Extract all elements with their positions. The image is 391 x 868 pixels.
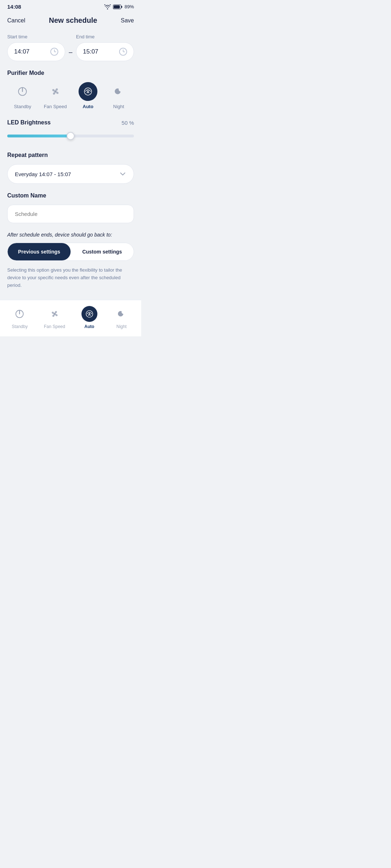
after-schedule-title: After schedule ends, device should go ba… xyxy=(7,232,134,238)
night-icon xyxy=(113,86,124,97)
custom-name-input[interactable] xyxy=(7,205,134,223)
slider-fill xyxy=(7,135,71,137)
start-time-input[interactable]: 14:07 xyxy=(7,42,65,61)
end-time-label: End time xyxy=(76,34,134,39)
svg-text:A: A xyxy=(88,312,91,316)
nav-night-label: Night xyxy=(117,324,127,329)
fan-speed-icon-wrap xyxy=(46,82,65,101)
nav-auto-label: Auto xyxy=(84,324,94,329)
save-button[interactable]: Save xyxy=(121,17,134,24)
nav-fan-speed-icon xyxy=(50,309,60,319)
page-title: New schedule xyxy=(49,16,97,25)
standby-icon-wrap xyxy=(13,82,32,101)
purifier-mode-title: Purifier Mode xyxy=(7,70,134,76)
brightness-value: 50 % xyxy=(122,120,134,126)
bottom-nav: Standby Fan Speed A Auto xyxy=(0,300,141,336)
brightness-title: LED Brightness xyxy=(7,119,51,126)
battery-icon xyxy=(113,4,122,9)
auto-label: Auto xyxy=(83,104,93,109)
auto-icon: A xyxy=(83,86,93,97)
end-time-value: 15:07 xyxy=(83,48,98,55)
previous-settings-button[interactable]: Previous settings xyxy=(8,243,71,260)
repeat-pattern-value: Everyday 14:07 - 15:07 xyxy=(15,171,71,177)
svg-point-10 xyxy=(54,313,56,315)
svg-rect-2 xyxy=(121,6,122,8)
after-schedule-toggle: Previous settings Custom settings xyxy=(7,243,134,261)
time-section: Start time 14:07 – End time 15:07 xyxy=(7,34,134,61)
time-separator: – xyxy=(69,48,72,61)
mode-fan-speed[interactable]: Fan Speed xyxy=(44,82,67,109)
brightness-header: LED Brightness 50 % xyxy=(7,119,134,126)
mode-standby[interactable]: Standby xyxy=(13,82,32,109)
night-icon-wrap xyxy=(109,82,128,101)
end-time-input[interactable]: 15:07 xyxy=(76,42,134,61)
auto-icon-wrap: A xyxy=(79,82,97,101)
custom-name-title: Custom Name xyxy=(7,192,134,199)
nav-auto-icon-wrap: A xyxy=(81,306,97,322)
nav-fan-speed[interactable]: Fan Speed xyxy=(44,306,65,329)
nav-standby-icon xyxy=(14,309,25,319)
cancel-button[interactable]: Cancel xyxy=(7,17,25,24)
main-content: Start time 14:07 – End time 15:07 Purifi… xyxy=(0,30,141,300)
nav-auto[interactable]: A Auto xyxy=(81,306,97,329)
after-schedule-section: After schedule ends, device should go ba… xyxy=(7,232,134,289)
battery-percent: 89% xyxy=(125,4,134,9)
brightness-slider[interactable] xyxy=(7,130,134,142)
svg-text:A: A xyxy=(87,90,89,94)
start-time-value: 14:07 xyxy=(14,48,30,55)
repeat-pattern-section: Repeat pattern Everyday 14:07 - 15:07 xyxy=(7,152,134,184)
mode-row: Standby Fan Speed xyxy=(7,82,134,109)
chevron-down-icon xyxy=(119,170,126,178)
nav-standby-label: Standby xyxy=(12,324,28,329)
app-header: Cancel New schedule Save xyxy=(0,12,141,30)
night-label: Night xyxy=(113,104,124,109)
nav-night-icon-wrap xyxy=(114,306,130,322)
slider-thumb[interactable] xyxy=(67,132,75,140)
nav-night-icon xyxy=(117,309,127,319)
slider-track xyxy=(7,135,134,137)
custom-settings-button[interactable]: Custom settings xyxy=(71,243,134,260)
end-time-block: End time 15:07 xyxy=(76,34,134,61)
start-time-block: Start time 14:07 xyxy=(7,34,65,61)
svg-rect-1 xyxy=(114,5,120,8)
start-time-clock-icon xyxy=(50,48,58,56)
svg-point-5 xyxy=(54,90,56,93)
repeat-pattern-dropdown[interactable]: Everyday 14:07 - 15:07 xyxy=(7,164,134,184)
start-time-label: Start time xyxy=(7,34,65,39)
nav-standby[interactable]: Standby xyxy=(12,306,28,329)
status-time: 14:08 xyxy=(7,4,21,10)
fan-speed-icon xyxy=(50,86,61,97)
end-time-clock-icon xyxy=(119,48,127,56)
fan-speed-label: Fan Speed xyxy=(44,104,67,109)
standby-icon xyxy=(17,86,28,97)
nav-fan-speed-label: Fan Speed xyxy=(44,324,65,329)
mode-auto[interactable]: A Auto xyxy=(79,82,97,109)
wifi-icon xyxy=(104,4,111,9)
led-brightness-section: LED Brightness 50 % xyxy=(7,119,134,142)
after-schedule-info: Selecting this option gives you the flex… xyxy=(7,267,134,289)
custom-name-section: Custom Name xyxy=(7,192,134,223)
repeat-pattern-title: Repeat pattern xyxy=(7,152,134,158)
status-icons: 89% xyxy=(104,4,134,9)
nav-night[interactable]: Night xyxy=(114,306,130,329)
status-bar: 14:08 89% xyxy=(0,0,141,12)
nav-standby-icon-wrap xyxy=(12,306,28,322)
nav-auto-icon: A xyxy=(84,309,94,319)
standby-label: Standby xyxy=(14,104,31,109)
nav-fan-speed-icon-wrap xyxy=(47,306,63,322)
purifier-mode-section: Purifier Mode Standby xyxy=(7,70,134,109)
mode-night[interactable]: Night xyxy=(109,82,128,109)
